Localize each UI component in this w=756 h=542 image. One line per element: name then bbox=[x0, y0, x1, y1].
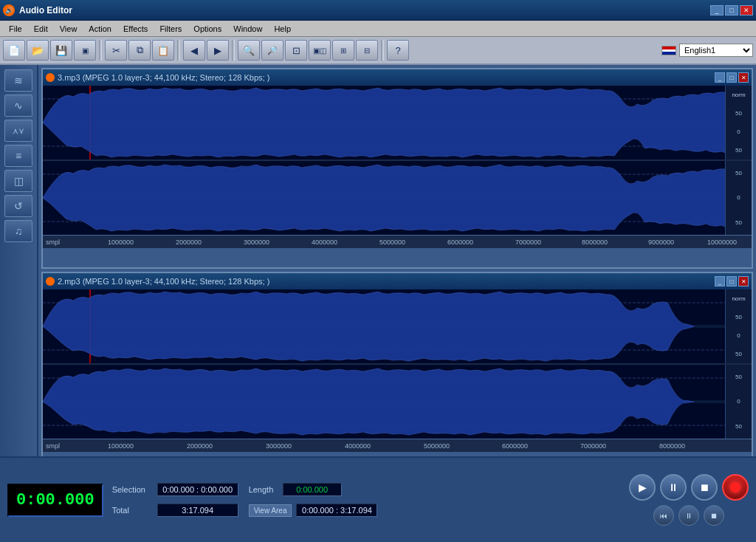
menu-window[interactable]: Window bbox=[227, 23, 268, 35]
export-button[interactable]: ▣ bbox=[74, 40, 96, 61]
flag-icon bbox=[662, 46, 676, 55]
title-bar-controls: _ □ ✕ bbox=[710, 5, 753, 16]
audio-window-2-title: 2.mp3 (MPEG 1.0 layer-3; 44,100 kHz; Ste… bbox=[43, 273, 752, 289]
scale-value-50-4: 50 bbox=[735, 219, 742, 226]
scale-norm-label-2: norm bbox=[732, 295, 745, 302]
menu-options[interactable]: Options bbox=[188, 23, 227, 35]
sidebar-notes-tool[interactable]: ♫ bbox=[4, 220, 32, 242]
sidebar-spectrum-tool[interactable]: ∿ bbox=[4, 95, 32, 117]
time-display: 0:00.000 bbox=[7, 484, 103, 517]
audio-icon-2 bbox=[46, 277, 55, 286]
menu-edit[interactable]: Edit bbox=[28, 23, 54, 35]
waveform-svg-2-bottom bbox=[43, 365, 752, 439]
ruler-2-7m: 7000000 bbox=[580, 442, 606, 450]
aw2-close[interactable]: ✕ bbox=[738, 276, 749, 287]
length-value: 0:00.000 bbox=[283, 483, 342, 496]
language-selector: English1 bbox=[662, 44, 753, 57]
view-split-button[interactable]: ⊟ bbox=[356, 40, 378, 61]
view-area-range: 0:00.000 : 3:17.094 bbox=[296, 504, 377, 517]
minimize-button[interactable]: _ bbox=[710, 5, 724, 16]
save-button[interactable]: 💾 bbox=[50, 40, 72, 61]
ruler-2-4m: 4000000 bbox=[345, 442, 371, 450]
view-all-button[interactable]: ⊞ bbox=[332, 40, 354, 61]
menu-filters[interactable]: Filters bbox=[154, 23, 188, 35]
status-labels: Selection 0:00.000 : 0:00.000 Length 0:0… bbox=[112, 483, 378, 517]
ruler-1-smpl: smpl bbox=[46, 239, 60, 246]
scale-value-0-1: 0 bbox=[737, 128, 740, 135]
audio-window-1-title: 3.mp3 (MPEG 1.0 layer-3; 44,100 kHz; Ste… bbox=[43, 69, 752, 86]
audio-icon-1 bbox=[46, 73, 55, 82]
menu-file[interactable]: File bbox=[3, 23, 28, 35]
ruler-1-5m: 5000000 bbox=[379, 239, 405, 246]
scale-value-50-7: 50 bbox=[735, 374, 742, 380]
ruler-2-1m: 1000000 bbox=[108, 442, 134, 450]
ruler-1-9m: 9000000 bbox=[648, 239, 674, 246]
pause-button[interactable]: ⏸ bbox=[660, 474, 687, 501]
record-button[interactable] bbox=[722, 474, 749, 501]
sidebar-multitrack-tool[interactable]: ⋏⋎ bbox=[4, 120, 32, 142]
transport-row-main: ▶ ⏸ ⏹ bbox=[629, 474, 749, 501]
total-row: Total 3:17.094 View Area 0:00.000 : 3:17… bbox=[112, 504, 378, 517]
scale-1-bottom: 50 0 50 bbox=[725, 161, 752, 235]
scale-value-0-3: 0 bbox=[737, 332, 740, 339]
audio-window-2-title-text: 2.mp3 (MPEG 1.0 layer-3; 44,100 kHz; Ste… bbox=[58, 277, 269, 286]
aw1-minimize[interactable]: _ bbox=[715, 72, 725, 83]
pause-sm-button[interactable]: ⏸ bbox=[678, 505, 699, 526]
aw1-close[interactable]: ✕ bbox=[738, 72, 749, 83]
waveform-svg-1-top bbox=[43, 86, 752, 159]
zoom-in-button[interactable]: 🔍 bbox=[238, 40, 260, 61]
status-bar: 0:00.000 Selection 0:00.000 : 0:00.000 L… bbox=[0, 456, 756, 542]
menu-help[interactable]: Help bbox=[268, 23, 297, 35]
close-button[interactable]: ✕ bbox=[740, 5, 753, 16]
ruler-1-10m: 10000000 bbox=[707, 239, 737, 246]
fit-button[interactable]: ⊡ bbox=[285, 40, 307, 61]
ruler-2-3m: 3000000 bbox=[266, 442, 292, 450]
open-button[interactable]: 📂 bbox=[27, 40, 49, 61]
menu-action[interactable]: Action bbox=[83, 23, 117, 35]
waveform-1-bottom: 50 0 50 bbox=[43, 161, 752, 235]
sidebar-levels-tool[interactable]: ≡ bbox=[4, 145, 32, 167]
sidebar-waveform-tool[interactable]: ≋ bbox=[4, 69, 32, 92]
forward-button[interactable]: ▶ bbox=[207, 40, 229, 61]
audio-window-2-controls: _ □ ✕ bbox=[715, 276, 749, 287]
transport-row-secondary: ⏮ ⏸ ⏹ bbox=[653, 505, 724, 526]
rewind-button[interactable]: ⏮ bbox=[653, 505, 674, 526]
aw2-minimize[interactable]: _ bbox=[715, 276, 725, 287]
copy-button[interactable]: ⧉ bbox=[128, 40, 151, 61]
ruler-2-2m: 2000000 bbox=[187, 442, 213, 450]
sidebar-zoom-tool[interactable]: ◫ bbox=[4, 170, 32, 192]
ruler-2: smpl 1000000 2000000 3000000 4000000 500… bbox=[43, 439, 752, 452]
menu-bar: File Edit View Action Effects Filters Op… bbox=[0, 21, 756, 37]
new-button[interactable]: 📄 bbox=[3, 40, 25, 61]
zoom-out-button[interactable]: 🔎 bbox=[261, 40, 284, 61]
maximize-button[interactable]: □ bbox=[725, 5, 738, 16]
sidebar: ≋ ∿ ⋏⋎ ≡ ◫ ↺ ♫ bbox=[0, 65, 38, 456]
play-button[interactable]: ▶ bbox=[629, 474, 656, 501]
scale-2-bottom: 50 0 50 bbox=[725, 365, 752, 439]
ruler-1-8m: 8000000 bbox=[582, 239, 608, 246]
stop-button[interactable]: ⏹ bbox=[691, 474, 718, 501]
ruler-1-6m: 6000000 bbox=[447, 239, 473, 246]
back-button[interactable]: ◀ bbox=[183, 40, 205, 61]
stop-sm-button[interactable]: ⏹ bbox=[704, 505, 724, 526]
title-bar: 🔊 Audio Editor _ □ ✕ bbox=[0, 0, 756, 21]
aw2-maximize[interactable]: □ bbox=[726, 276, 737, 287]
paste-button[interactable]: 📋 bbox=[152, 40, 174, 61]
aw1-maximize[interactable]: □ bbox=[726, 72, 737, 83]
view-area-button[interactable]: View Area bbox=[249, 504, 292, 517]
language-dropdown[interactable]: English1 bbox=[679, 44, 753, 57]
scale-value-50-8: 50 bbox=[735, 423, 742, 430]
help-toolbar-button[interactable]: ? bbox=[387, 40, 409, 61]
ruler-2-6m: 6000000 bbox=[502, 442, 528, 450]
waveform-svg-2-top bbox=[43, 289, 752, 363]
waveform-1-top: norm 50 0 50 bbox=[43, 86, 752, 159]
menu-effects[interactable]: Effects bbox=[117, 23, 154, 35]
toolbar-sep4 bbox=[381, 40, 384, 61]
menu-view[interactable]: View bbox=[54, 23, 83, 35]
sidebar-undo-tool[interactable]: ↺ bbox=[4, 195, 32, 217]
scale-value-50-5: 50 bbox=[735, 314, 742, 320]
cut-button[interactable]: ✂ bbox=[105, 40, 127, 61]
audio-window-2: 2.mp3 (MPEG 1.0 layer-3; 44,100 kHz; Ste… bbox=[41, 272, 753, 456]
view-sel-button[interactable]: ▣◫ bbox=[309, 40, 331, 61]
scale-value-50-1: 50 bbox=[735, 110, 742, 117]
